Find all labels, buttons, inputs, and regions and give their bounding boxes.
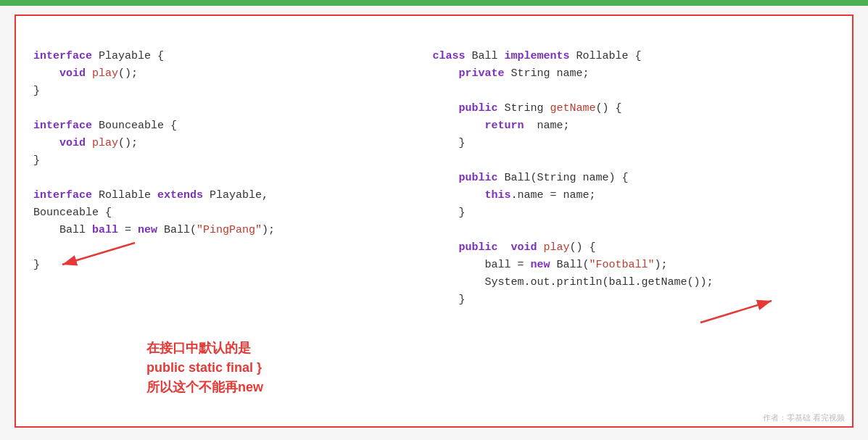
- getname-sig: String: [504, 102, 550, 115]
- ball-var: ball: [92, 224, 118, 236]
- kw-return: return: [484, 120, 524, 132]
- kw-void3: void: [504, 241, 537, 254]
- getname-parens: () {: [595, 102, 621, 115]
- brace-r3: }: [458, 294, 465, 306]
- svg-line-3: [700, 301, 772, 323]
- kw-void2: void: [59, 137, 86, 149]
- annotation-line2: public static final }: [146, 360, 262, 375]
- kw-interface2: interface: [33, 120, 92, 132]
- brace-r1: }: [458, 137, 465, 149]
- ball-ctor: Ball(String name) {: [504, 172, 628, 184]
- iface-bounceable: Bounceable {: [99, 120, 177, 132]
- kw-this: this: [484, 189, 511, 202]
- brace2: }: [33, 154, 40, 167]
- kw-public3: public: [458, 241, 497, 254]
- kw-implements: implements: [504, 50, 569, 62]
- brace1: }: [33, 85, 40, 97]
- kw-void1: void: [59, 67, 86, 80]
- this-name: .name = name;: [511, 189, 595, 202]
- return-name: name;: [530, 120, 569, 132]
- ball-football: Ball(: [550, 259, 589, 271]
- kw-interface1: interface: [33, 50, 92, 62]
- kw-private: private: [458, 67, 504, 80]
- system-out: System.out.println(ball.getName());: [484, 276, 713, 289]
- kw-interface3: interface: [33, 189, 92, 202]
- kw-public1: public: [458, 102, 497, 115]
- arrow-left-container: [55, 236, 142, 275]
- right-code-block: class Ball implements Rollable { private…: [432, 30, 835, 326]
- play-parens2: ();: [118, 137, 138, 149]
- play-parens3: () {: [569, 241, 595, 254]
- football-semi: );: [654, 259, 667, 271]
- kw-new1: new: [138, 224, 157, 236]
- main-container: interface Playable { void play(); } inte…: [15, 14, 853, 428]
- arrow-left-svg: [55, 236, 142, 272]
- kw-public2: public: [458, 172, 497, 184]
- impl-rollable: Rollable {: [576, 50, 641, 62]
- bounceable-line: Bounceable {: [33, 207, 112, 219]
- ball-assign: ball =: [484, 259, 530, 271]
- ball-new: Ball(: [157, 224, 197, 236]
- brace3: }: [33, 259, 40, 271]
- iface-rollable: Rollable: [99, 189, 157, 202]
- annotation-line1: 在接口中默认的是: [146, 341, 251, 355]
- annotation-box: 在接口中默认的是 public static final } 所以这个不能再ne…: [146, 339, 263, 397]
- top-bar: [0, 0, 868, 6]
- brace-r2: }: [458, 207, 465, 219]
- annotation-line3: 所以这个不能再new: [146, 380, 263, 394]
- str-pingpang: "PingPang": [197, 224, 262, 236]
- method-play3: play: [543, 241, 569, 254]
- method-play2: play: [92, 137, 118, 149]
- arrow-right-container: [693, 294, 780, 333]
- ball-semi: );: [262, 224, 275, 236]
- iface-playable: Playable {: [99, 50, 164, 62]
- method-play1: play: [92, 67, 118, 80]
- class-ball: Ball: [471, 50, 504, 62]
- kw-class: class: [432, 50, 465, 62]
- arrow-right-svg: [693, 294, 780, 330]
- assign: =: [118, 224, 138, 236]
- method-getname: getName: [550, 102, 595, 115]
- string-type: String name;: [511, 67, 589, 80]
- right-column: class Ball implements Rollable { private…: [418, 30, 835, 412]
- kw-extends: extends: [157, 189, 203, 202]
- play-parens1: ();: [118, 67, 138, 80]
- kw-new2: new: [530, 259, 550, 271]
- str-football: "Football": [589, 259, 654, 271]
- watermark: 作者：零基础 看完视频: [763, 412, 845, 423]
- extends-playable: Playable,: [210, 189, 268, 202]
- ball-decl: Ball: [59, 224, 92, 236]
- svg-line-1: [62, 243, 135, 265]
